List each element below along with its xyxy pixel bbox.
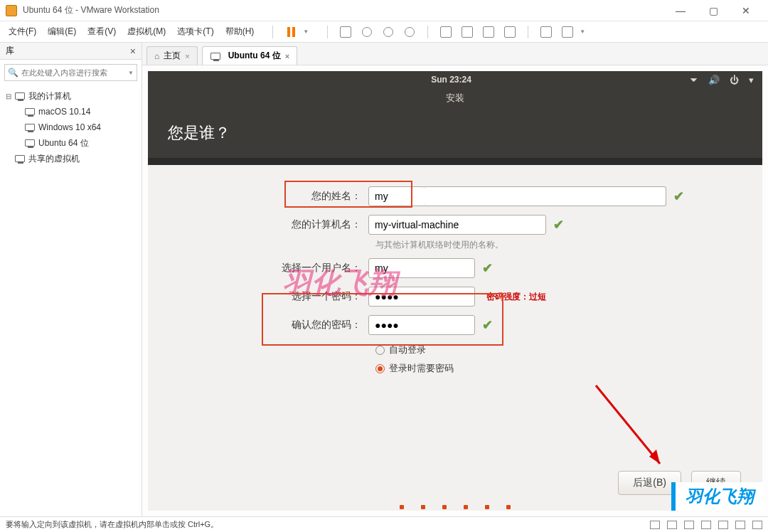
radio-icon-checked: [375, 364, 385, 373]
library-sidebar: 库 × 🔍 ▼ ⊟ 我的计算机 macOS 10.14 Windows 10 x: [0, 43, 142, 516]
maximize-button[interactable]: ▢: [697, 0, 730, 21]
pause-button[interactable]: [283, 24, 299, 40]
installer-body: 您的姓名： ✔ 您的计算机名： ✔ 与其他计算机联络时使用的名称。 选择一个用户…: [148, 165, 762, 511]
input-computer-name[interactable]: [368, 215, 546, 235]
svg-line-0: [596, 385, 660, 464]
annotation-arrow: [589, 378, 674, 478]
input-name-ext[interactable]: [425, 186, 666, 206]
volume-icon[interactable]: 🔊: [708, 75, 720, 85]
menu-help[interactable]: 帮助(H): [225, 26, 255, 38]
installer-window-title: 安装: [148, 88, 762, 108]
vm-icon: [24, 139, 36, 147]
tree-collapse-icon[interactable]: ⊟: [6, 92, 14, 100]
status-icon[interactable]: [718, 521, 728, 529]
ubuntu-top-bar: Sun 23:24 ⏷ 🔊 ⏻ ▾: [148, 71, 762, 88]
minimize-button[interactable]: —: [664, 0, 697, 21]
label-username: 选择一个用户名：: [169, 262, 368, 275]
radio-auto-login[interactable]: 自动登录: [375, 344, 741, 356]
tab-home-close[interactable]: ×: [185, 52, 189, 60]
logo-stamp: 羽化飞翔: [671, 482, 764, 511]
status-bar: 要将输入定向到该虚拟机，请在虚拟机内部单击或按 Ctrl+G。: [0, 516, 768, 532]
tree-root-my-computer[interactable]: ⊟ 我的计算机: [4, 88, 137, 104]
tab-ubuntu[interactable]: Ubuntu 64 位 ×: [202, 46, 297, 65]
status-icon[interactable]: [735, 521, 745, 529]
menu-tabs[interactable]: 选项卡(T): [177, 26, 213, 38]
computer-icon: [14, 92, 26, 100]
tab-home[interactable]: ⌂ 主页 ×: [146, 46, 198, 65]
toolbar-manage-button[interactable]: [402, 24, 417, 40]
input-username[interactable]: [368, 258, 475, 278]
check-icon: ✔: [482, 317, 493, 333]
pause-dropdown[interactable]: ▼: [303, 28, 309, 35]
toolbar-snapshot-button[interactable]: [359, 24, 375, 40]
vm-icon: [210, 52, 221, 60]
vm-icon: [24, 123, 36, 132]
ubuntu-clock: Sun 23:24: [213, 75, 689, 85]
toolbar-send-button[interactable]: [338, 24, 353, 40]
window-titlebar: Ubuntu 64 位 - VMware Workstation — ▢ ✕: [0, 0, 768, 21]
computer-hint: 与其他计算机联络时使用的名称。: [375, 239, 741, 251]
status-icon[interactable]: [650, 521, 660, 529]
toolbar-view4-button[interactable]: [502, 24, 518, 40]
label-password: 选择一个密码：: [169, 290, 368, 303]
status-icon[interactable]: [701, 521, 711, 529]
toolbar-unity-dropdown[interactable]: ▼: [580, 28, 585, 35]
menu-view[interactable]: 查看(V): [87, 26, 116, 38]
vm-display[interactable]: Sun 23:24 ⏷ 🔊 ⏻ ▾ 安装 您是谁？ 您的姓名： ✔: [148, 71, 762, 511]
sidebar-close-button[interactable]: ×: [130, 46, 136, 57]
toolbar-view2-button[interactable]: [459, 24, 475, 40]
tree-item-macos[interactable]: macOS 10.14: [4, 104, 137, 119]
input-confirm-password[interactable]: [368, 315, 475, 335]
installer-heading: 您是谁？: [148, 108, 762, 158]
label-computer: 您的计算机名：: [169, 218, 368, 231]
label-confirm: 确认您的密码：: [169, 319, 368, 331]
status-icon[interactable]: [684, 521, 694, 529]
toolbar-fullscreen-button[interactable]: [538, 24, 554, 40]
radio-icon: [375, 346, 385, 355]
toolbar-revert-button[interactable]: [380, 24, 396, 40]
password-strength-label: 密码强度：过短: [486, 291, 546, 303]
status-text: 要将输入定向到该虚拟机，请在虚拟机内部单击或按 Ctrl+G。: [6, 519, 218, 530]
tab-bar: ⌂ 主页 × Ubuntu 64 位 ×: [142, 43, 768, 65]
power-icon[interactable]: ⏻: [730, 75, 739, 85]
vm-icon: [24, 107, 36, 116]
status-icon[interactable]: [667, 521, 677, 529]
app-icon: [6, 5, 17, 16]
sidebar-search-input[interactable]: [21, 68, 128, 77]
menu-edit[interactable]: 编辑(E): [48, 26, 76, 38]
label-name: 您的姓名：: [169, 190, 368, 203]
input-name[interactable]: [368, 186, 425, 206]
check-icon: ✔: [553, 217, 564, 233]
status-icon[interactable]: [752, 521, 762, 529]
sidebar-search-dropdown[interactable]: ▼: [128, 70, 134, 76]
close-button[interactable]: ✕: [730, 0, 762, 21]
shared-icon: [14, 154, 26, 163]
check-icon: ✔: [482, 260, 493, 276]
sidebar-title: 库: [6, 45, 130, 57]
input-password[interactable]: [368, 287, 475, 307]
tree-shared-vms[interactable]: 共享的虚拟机: [4, 151, 137, 166]
installer-progress-dots: [400, 505, 511, 509]
tree-item-ubuntu[interactable]: Ubuntu 64 位: [4, 135, 137, 151]
menu-dropdown-icon[interactable]: ▾: [749, 75, 754, 85]
window-title: Ubuntu 64 位 - VMware Workstation: [23, 4, 664, 16]
home-icon: ⌂: [154, 51, 159, 61]
menu-bar: 文件(F) 编辑(E) 查看(V) 虚拟机(M) 选项卡(T) 帮助(H) ▼ …: [0, 21, 768, 43]
check-icon: ✔: [673, 188, 684, 204]
toolbar-view3-button[interactable]: [481, 24, 496, 40]
menu-file[interactable]: 文件(F): [9, 26, 36, 38]
menu-vm[interactable]: 虚拟机(M): [127, 26, 166, 38]
tree-item-windows[interactable]: Windows 10 x64: [4, 119, 137, 135]
radio-require-password[interactable]: 登录时需要密码: [375, 362, 741, 375]
toolbar-unity-button[interactable]: [560, 24, 575, 40]
network-icon[interactable]: ⏷: [689, 75, 698, 85]
tab-ubuntu-close[interactable]: ×: [285, 52, 289, 60]
toolbar-view1-button[interactable]: [438, 24, 454, 40]
sidebar-search[interactable]: 🔍 ▼: [4, 64, 137, 81]
search-icon: 🔍: [8, 68, 18, 78]
